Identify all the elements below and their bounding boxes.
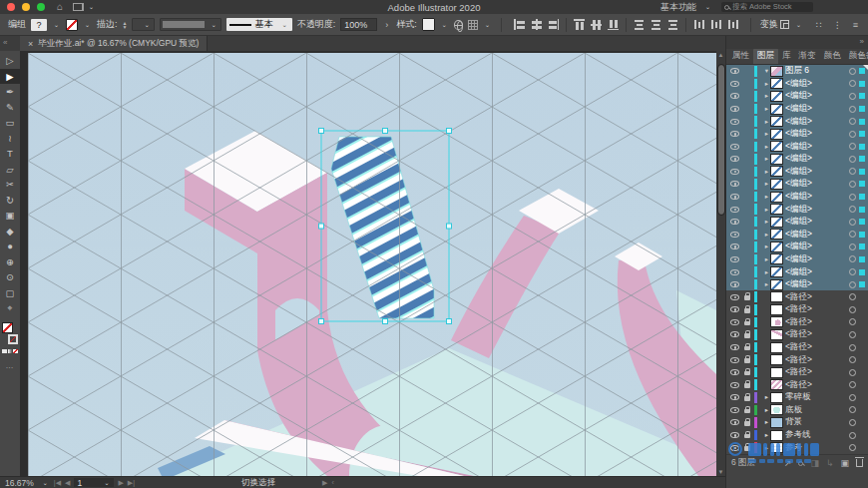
layer-row[interactable]: ▸<编组>	[726, 128, 868, 141]
layer-row[interactable]: <路径>	[726, 341, 868, 354]
lock-toggle[interactable]	[741, 419, 752, 426]
al-t-icon[interactable]	[573, 18, 586, 31]
layer-row[interactable]: ▸<编组>	[726, 153, 868, 166]
scissors-tool[interactable]: ✂	[0, 177, 20, 193]
search-input[interactable]: 搜索 Adobe Stock	[721, 2, 813, 12]
artboard-number-field[interactable]: 1 ⌄	[74, 478, 114, 487]
expand-chevron-icon[interactable]: ▸	[762, 231, 771, 239]
delete-layer-icon[interactable]	[856, 459, 863, 467]
visibility-toggle[interactable]	[728, 445, 741, 451]
dis-h-icon[interactable]	[692, 18, 705, 31]
first-artboard-icon[interactable]: |◀	[54, 479, 61, 487]
layer-row[interactable]: <路径>	[726, 378, 868, 391]
al-c-icon[interactable]	[530, 18, 543, 31]
mesh-tool[interactable]: ⊕	[0, 254, 20, 270]
al-m-icon[interactable]	[590, 18, 603, 31]
al-b-icon[interactable]	[607, 18, 620, 31]
fill-stroke-indicator[interactable]	[2, 322, 18, 344]
target-circle[interactable]	[849, 231, 856, 238]
visibility-toggle[interactable]	[728, 119, 741, 125]
target-circle[interactable]	[849, 369, 856, 376]
target-circle[interactable]	[849, 244, 856, 250]
visibility-toggle[interactable]	[728, 256, 741, 262]
expand-chevron-icon[interactable]: ▸	[762, 80, 771, 88]
expand-chevron-icon[interactable]: ▸	[762, 406, 771, 414]
selection-handle[interactable]	[319, 224, 324, 229]
expand-chevron-icon[interactable]: ▸	[762, 418, 771, 426]
target-circle[interactable]	[849, 143, 856, 150]
stroke-weight-dropdown[interactable]: ⌄	[132, 18, 154, 31]
target-circle[interactable]	[849, 432, 856, 439]
expand-chevron-icon[interactable]: ▸	[762, 143, 771, 151]
fill-swatch-icon[interactable]	[2, 322, 13, 333]
visibility-toggle[interactable]	[728, 131, 741, 137]
layer-row[interactable]: <路径>	[726, 353, 868, 366]
layer-row[interactable]: ▸<编组>	[726, 140, 868, 153]
zoom-tool[interactable]: ⊙	[0, 269, 20, 285]
visibility-toggle[interactable]	[728, 68, 741, 74]
panel-tab[interactable]: 属性	[728, 48, 753, 64]
layer-row[interactable]: <路径>	[726, 303, 868, 316]
target-circle[interactable]	[849, 156, 856, 163]
brush-definition-dropdown[interactable]: 基本 ⌄	[226, 18, 292, 31]
target-circle[interactable]	[849, 106, 856, 113]
visibility-toggle[interactable]	[728, 344, 741, 350]
layer-row[interactable]: ▸参考	[726, 441, 868, 454]
anchor-point-tool[interactable]: ⌖	[0, 300, 20, 316]
target-circle[interactable]	[849, 219, 856, 226]
layer-row[interactable]: ▸<编组>	[726, 191, 868, 204]
expand-chevron-icon[interactable]: ▸	[762, 105, 771, 113]
target-circle[interactable]	[849, 118, 856, 125]
rotate-tool[interactable]: ↻	[0, 193, 20, 209]
target-circle[interactable]	[849, 268, 856, 275]
layer-row[interactable]: ▸<编组>	[726, 178, 868, 191]
layer-row[interactable]: ▸<编组>	[726, 216, 868, 229]
status-menu-arrow-icon[interactable]: ▶	[322, 479, 327, 487]
panel-menu-icon[interactable]: ≡	[859, 52, 864, 62]
expand-chevron-icon[interactable]: ▸	[762, 280, 771, 288]
target-circle[interactable]	[849, 80, 856, 87]
al-r-icon[interactable]	[547, 18, 560, 31]
lock-toggle[interactable]	[741, 381, 752, 388]
lock-toggle[interactable]	[741, 369, 752, 376]
visibility-toggle[interactable]	[728, 144, 741, 150]
canvas-area[interactable]: ▲ ▼	[20, 51, 725, 476]
target-circle[interactable]	[849, 181, 856, 188]
visibility-toggle[interactable]	[728, 432, 741, 438]
pen-tool[interactable]: ✒	[0, 84, 20, 100]
visibility-toggle[interactable]	[728, 169, 741, 175]
selection-handle[interactable]	[447, 319, 452, 324]
collect-for-export-icon[interactable]: ↗	[784, 458, 792, 468]
selection-handle[interactable]	[319, 129, 324, 134]
fill-variable-dropdown[interactable]: ? ⌄	[31, 19, 61, 31]
visibility-toggle[interactable]	[728, 244, 741, 249]
visibility-toggle[interactable]	[728, 294, 741, 300]
visibility-toggle[interactable]	[728, 331, 741, 337]
selection-tool[interactable]: ▷	[0, 53, 20, 69]
layer-row[interactable]: <路径>	[726, 290, 868, 303]
locate-object-icon[interactable]	[798, 461, 803, 466]
blob-brush-tool[interactable]: ●	[0, 239, 20, 254]
dis-v-icon[interactable]	[650, 18, 662, 31]
target-circle[interactable]	[849, 356, 856, 363]
target-circle[interactable]	[849, 194, 856, 201]
new-layer-icon[interactable]: ▣	[840, 458, 849, 468]
collapse-panel-icon[interactable]: »	[860, 37, 864, 46]
expand-chevron-icon[interactable]: ▸	[762, 168, 771, 176]
eyedropper-tool[interactable]: ◆	[0, 224, 20, 240]
layer-row[interactable]: ▾图层 6	[726, 65, 868, 78]
target-circle[interactable]	[849, 68, 856, 75]
target-circle[interactable]	[849, 206, 856, 213]
layer-row[interactable]: ▸<编组>	[726, 203, 868, 216]
selection-handle[interactable]	[319, 319, 324, 324]
layer-row[interactable]: ▸零碎板	[726, 391, 868, 404]
layer-row[interactable]: ▸<编组>	[726, 241, 868, 253]
lock-toggle[interactable]	[741, 344, 752, 351]
vertical-scrollbar[interactable]: ▲ ▼	[716, 51, 725, 476]
lock-toggle[interactable]	[741, 407, 752, 414]
visibility-toggle[interactable]	[728, 269, 741, 275]
lock-toggle[interactable]	[741, 432, 752, 439]
visibility-toggle[interactable]	[728, 382, 741, 388]
workspace-switcher[interactable]: 基本功能 ⌄	[660, 1, 712, 14]
visibility-toggle[interactable]	[728, 419, 741, 425]
